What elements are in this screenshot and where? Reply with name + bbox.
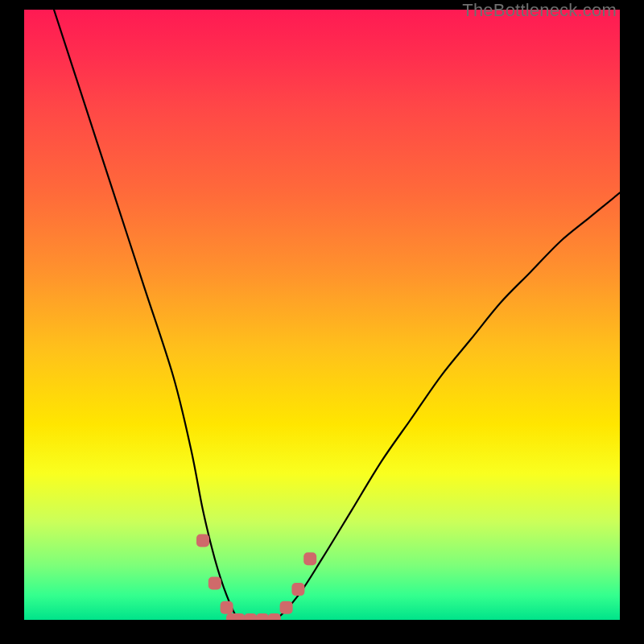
highlight-marker (196, 535, 209, 547)
highlight-marker (221, 601, 233, 614)
highlight-marker (256, 613, 269, 620)
chart-frame: TheBottleneck.com (0, 0, 644, 644)
curve-svg (24, 10, 620, 620)
highlight-marker (232, 613, 245, 620)
highlight-markers-group (196, 535, 316, 621)
border-left (0, 0, 24, 644)
border-bottom (0, 620, 644, 644)
highlight-marker (291, 583, 304, 596)
border-right (620, 0, 644, 644)
highlight-marker (244, 613, 257, 620)
highlight-marker (208, 577, 221, 590)
bottleneck-curve-path (54, 10, 620, 620)
highlight-marker (303, 552, 316, 565)
plot-area (24, 10, 620, 620)
highlight-marker (280, 601, 293, 614)
highlight-marker (268, 613, 281, 620)
border-top (0, 0, 644, 10)
